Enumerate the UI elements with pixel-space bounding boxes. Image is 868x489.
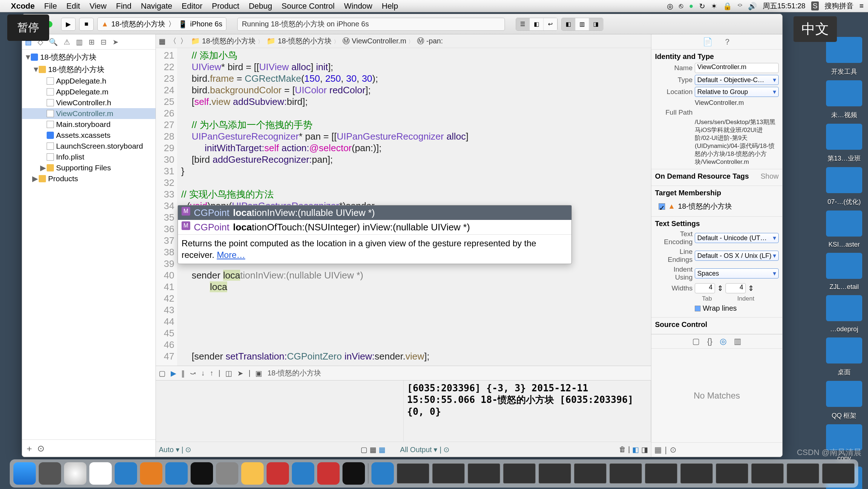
dock-app-icon[interactable] <box>115 462 137 485</box>
dock-window-thumb[interactable] <box>645 463 677 484</box>
encoding-dropdown[interactable]: Default - Unicode (UT… <box>695 233 779 243</box>
dock[interactable] <box>10 459 858 488</box>
dock-window-thumb[interactable] <box>468 463 500 484</box>
name-field[interactable]: ViewController.m <box>695 63 779 73</box>
dock-window-thumb[interactable] <box>539 463 571 484</box>
dock-app-icon[interactable] <box>165 462 188 485</box>
jump-bar[interactable]: ▦ 〈〉 📁 18-愤怒的小方块📁 18-愤怒的小方块Ⓜ ViewControl… <box>156 34 651 48</box>
tree-row[interactable]: ViewController.h <box>22 97 156 108</box>
dock-app-icon[interactable] <box>292 462 314 485</box>
ime-icon[interactable]: S <box>811 1 819 10</box>
navigator-bottom-bar[interactable]: ＋⊙ <box>22 439 156 457</box>
dock-window-thumb[interactable] <box>751 463 784 484</box>
menu-item[interactable]: Xcode <box>11 1 35 10</box>
autocomplete-item[interactable]: M CGPoint locationOfTouch:(NSUInteger) i… <box>178 220 571 234</box>
tree-row[interactable]: ▶Products <box>22 173 156 184</box>
dock-window-thumb[interactable] <box>432 463 465 484</box>
menu-item[interactable]: Debug <box>249 1 272 10</box>
autocomplete-item[interactable]: M CGPoint locationInView:(nullable UIVie… <box>178 205 571 220</box>
menu-item[interactable]: Editor <box>182 1 202 10</box>
library-tabs[interactable]: ▢{}◎▥ <box>651 334 782 349</box>
dock-window-thumb[interactable] <box>822 463 855 484</box>
dock-app-icon[interactable] <box>371 462 394 485</box>
dock-app-icon[interactable] <box>140 462 162 485</box>
dock-terminal-icon[interactable] <box>191 462 213 485</box>
inspector-tabs[interactable]: 📄？ <box>651 34 782 50</box>
desktop-folder[interactable]: 未…视频 <box>822 80 866 119</box>
console-area[interactable]: [6035:203396] {-3, 3} 2015-12-11 15:50:5… <box>156 380 651 442</box>
debug-bar[interactable]: ▢ ▶ ‖ ⤻ ↓ ↑ | ◫ ➤ | ▣ 18-愤怒的小方块 <box>156 366 651 380</box>
more-link[interactable]: More… <box>217 250 245 260</box>
library-bottom[interactable]: ▦|⊙ <box>651 442 782 457</box>
tree-row[interactable]: AppDelegate.m <box>22 86 156 97</box>
menu-item[interactable]: Source Control <box>282 1 335 10</box>
dock-window-thumb[interactable] <box>503 463 536 484</box>
run-button[interactable]: ▶ <box>61 18 76 31</box>
menu-item[interactable]: Product <box>212 1 239 10</box>
jumpbar-crumb[interactable]: Ⓜ ViewController.m <box>342 36 416 46</box>
menu-item[interactable]: File <box>44 1 57 10</box>
dock-settings-icon[interactable] <box>216 462 238 485</box>
desktop-folder[interactable]: 第13…业班 <box>822 124 866 163</box>
desktop-folder[interactable]: QQ 框架 <box>822 381 866 420</box>
tree-row[interactable]: ViewController.m <box>22 108 156 119</box>
debug-bottom-bar[interactable]: Auto ▾| ⊙ ▢▦▦ All Output ▾| ⊙ 🗑|◧◨ <box>156 442 651 457</box>
dock-window-thumb[interactable] <box>397 463 429 484</box>
file-tree[interactable]: ▼18-愤怒的小方块 ▼18-愤怒的小方块 AppDelegate.h AppD… <box>22 50 156 439</box>
menu-item[interactable]: Help <box>382 1 398 10</box>
indent-dropdown[interactable]: Spaces <box>695 268 779 278</box>
indent-width[interactable]: 4 <box>726 283 746 293</box>
autocomplete-popup[interactable]: M CGPoint locationInView:(nullable UIVie… <box>178 205 572 264</box>
show-link[interactable]: Show <box>761 172 779 183</box>
jumpbar-crumb[interactable]: Ⓜ -pan: <box>417 36 447 46</box>
scheme-selector[interactable]: ▲ 18-愤怒的小方块 〉 📱 iPhone 6s <box>97 17 226 31</box>
menu-item[interactable]: View <box>89 1 106 10</box>
dock-app-icon[interactable] <box>89 462 112 485</box>
location-dropdown[interactable]: Relative to Group <box>695 87 779 97</box>
tree-row[interactable]: Main.storyboard <box>22 119 156 130</box>
desktop-folder[interactable]: 开发工具 <box>822 37 866 76</box>
tree-row[interactable]: Assets.xcassets <box>22 130 156 141</box>
target-checkbox[interactable]: ✓ <box>659 203 665 210</box>
dock-window-thumb[interactable] <box>574 463 607 484</box>
tab-width[interactable]: 4 <box>695 283 715 293</box>
desktop-folder[interactable]: …odeproj <box>822 295 866 333</box>
tree-row[interactable]: ▶Supporting Files <box>22 162 156 173</box>
stop-button[interactable]: ■ <box>79 18 94 31</box>
notification-center-icon[interactable]: ≡ <box>859 2 864 10</box>
dock-window-thumb[interactable] <box>680 463 713 484</box>
dock-app-icon[interactable] <box>267 462 289 485</box>
dock-sketch-icon[interactable] <box>241 462 264 485</box>
dock-finder-icon[interactable] <box>13 462 36 485</box>
dock-app-icon[interactable] <box>342 462 365 485</box>
tree-row[interactable]: LaunchScreen.storyboard <box>22 141 156 152</box>
menu-item[interactable]: Navigate <box>141 1 173 10</box>
lineend-dropdown[interactable]: Default - OS X / Unix (LF) <box>695 251 779 261</box>
console-output[interactable]: [6035:203396] {-3, 3} 2015-12-11 15:50:5… <box>404 380 651 442</box>
jumpbar-crumb[interactable]: 📁 18-愤怒的小方块 <box>267 36 341 46</box>
dock-window-thumb[interactable] <box>716 463 748 484</box>
dock-app-icon[interactable] <box>317 462 340 485</box>
desktop-folder[interactable]: KSI…aster <box>822 211 866 248</box>
variables-view[interactable] <box>156 380 404 442</box>
menu-item[interactable]: Edit <box>66 1 80 10</box>
wrap-checkbox[interactable] <box>695 306 701 311</box>
tree-row[interactable]: Info.plist <box>22 152 156 162</box>
desktop-folder[interactable]: 07-…(优化) <box>822 167 866 206</box>
dock-window-thumb[interactable] <box>787 463 819 484</box>
type-dropdown[interactable]: Default - Objective-C… <box>695 75 779 85</box>
dock-safari-icon[interactable] <box>64 462 86 485</box>
jumpbar-crumb[interactable]: 📁 18-愤怒的小方块 <box>191 36 265 46</box>
desktop-folder[interactable]: 桌面 <box>822 337 866 377</box>
tree-row[interactable]: ▼18-愤怒的小方块 <box>22 63 156 76</box>
desktop-folder[interactable]: ZJL…etail <box>822 253 866 291</box>
menu-item[interactable]: Window <box>344 1 372 10</box>
dock-window-thumb[interactable] <box>609 463 642 484</box>
editor-mode-segmented[interactable]: ☰◧↩ <box>516 18 558 31</box>
code-editor[interactable]: 21 22 23 24 25 26 27 28 29 30 31 32 33 3… <box>156 48 651 366</box>
panel-toggle-segmented[interactable]: ◧▥◨ <box>561 18 603 31</box>
dock-launchpad-icon[interactable] <box>39 462 61 485</box>
menu-item[interactable]: Find <box>116 1 132 10</box>
tree-row[interactable]: ▼18-愤怒的小方块 <box>22 51 156 63</box>
tree-row[interactable]: AppDelegate.h <box>22 76 156 86</box>
